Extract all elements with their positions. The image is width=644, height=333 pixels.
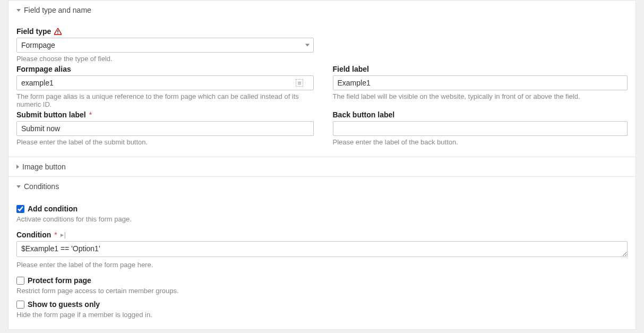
section-body-field-type-name: Field type Please choose the type of fie… bbox=[8, 20, 636, 157]
field-label-input[interactable] bbox=[333, 75, 628, 90]
show-to-guests-only-label: Show to guests only bbox=[28, 300, 100, 309]
formpage-alias-input[interactable] bbox=[16, 75, 314, 90]
svg-rect-1 bbox=[58, 33, 58, 33]
caret-right-icon bbox=[16, 165, 19, 169]
field-label-label: Field label bbox=[333, 65, 369, 73]
section-header-image-button[interactable]: Image button bbox=[8, 157, 636, 177]
section-header-field-type-name[interactable]: Field type and name bbox=[8, 1, 636, 20]
submit-button-label-label: Submit button label bbox=[16, 110, 86, 119]
section-title: Conditions bbox=[24, 182, 59, 191]
show-to-guests-only-help: Hide the form page if a member is logged… bbox=[16, 311, 628, 319]
caret-down-icon bbox=[16, 9, 21, 12]
back-button-label-input[interactable] bbox=[333, 121, 628, 136]
add-condition-checkbox[interactable] bbox=[16, 205, 24, 213]
add-condition-help: Activate conditions for this form page. bbox=[16, 215, 628, 223]
protect-form-page-checkbox[interactable] bbox=[16, 277, 24, 285]
submit-button-label-input[interactable] bbox=[16, 121, 314, 136]
condition-label: Condition bbox=[16, 230, 51, 239]
svg-rect-0 bbox=[58, 30, 58, 32]
show-to-guests-only-checkbox[interactable] bbox=[16, 301, 24, 309]
condition-textarea[interactable] bbox=[16, 241, 628, 257]
add-condition-label: Add condition bbox=[28, 204, 78, 213]
submit-button-label-help: Please enter the label of the submit but… bbox=[16, 138, 312, 146]
field-label-help: The field label will be visible on the w… bbox=[333, 92, 628, 100]
section-header-conditions[interactable]: Conditions bbox=[8, 177, 636, 196]
protect-form-page-label: Protect form page bbox=[28, 276, 91, 285]
section-title: Field type and name bbox=[24, 6, 91, 14]
formpage-alias-label: Formpage alias bbox=[16, 65, 71, 73]
section-title: Image button bbox=[22, 163, 66, 171]
field-type-label: Field type bbox=[16, 27, 51, 36]
formpage-alias-help: The form page alias is a unique referenc… bbox=[16, 92, 312, 108]
protect-form-page-help: Restrict form page access to certain mem… bbox=[16, 287, 628, 295]
back-button-label-label: Back button label bbox=[333, 110, 395, 119]
field-type-select[interactable] bbox=[16, 38, 314, 53]
condition-helper-icons[interactable]: ▸| bbox=[61, 231, 66, 238]
required-marker: * bbox=[54, 230, 57, 239]
field-type-help: Please choose the type of field. bbox=[16, 55, 628, 63]
back-button-label-help: Please enter the label of the back butto… bbox=[333, 138, 628, 146]
warning-icon bbox=[54, 28, 62, 35]
required-marker: * bbox=[89, 110, 92, 119]
section-body-conditions: Add condition Activate conditions for th… bbox=[8, 196, 636, 329]
caret-down-icon bbox=[16, 185, 21, 188]
condition-help: Please enter the label of the form page … bbox=[16, 261, 628, 269]
